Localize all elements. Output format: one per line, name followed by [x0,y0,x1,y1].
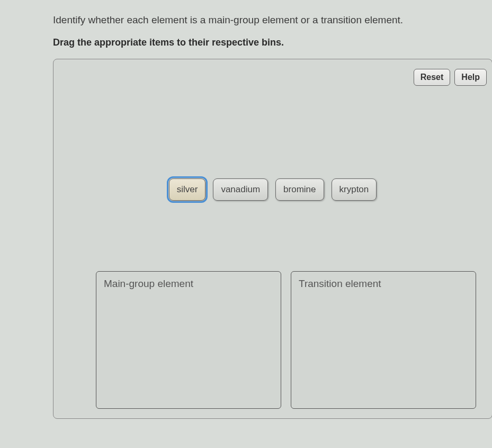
drag-item-vanadium[interactable]: vanadium [213,178,268,201]
help-button[interactable]: Help [454,69,487,86]
instruction-text: Drag the appropriate items to their resp… [53,37,492,48]
bin-label-main-group: Main-group element [104,278,273,290]
question-text: Identify whether each element is a main-… [53,13,492,28]
bins-row: Main-group element Transition element [96,271,476,409]
drag-item-krypton[interactable]: krypton [332,178,377,201]
draggable-items-row: silver vanadium bromine krypton [53,178,492,201]
reset-button[interactable]: Reset [414,69,451,86]
bin-main-group[interactable]: Main-group element [96,271,281,409]
exercise-panel: Reset Help silver vanadium bromine krypt… [53,59,492,419]
top-buttons: Reset Help [414,69,487,86]
drag-item-silver[interactable]: silver [169,178,206,201]
drag-item-bromine[interactable]: bromine [275,178,324,201]
bin-transition[interactable]: Transition element [291,271,476,409]
bin-label-transition: Transition element [299,278,468,290]
